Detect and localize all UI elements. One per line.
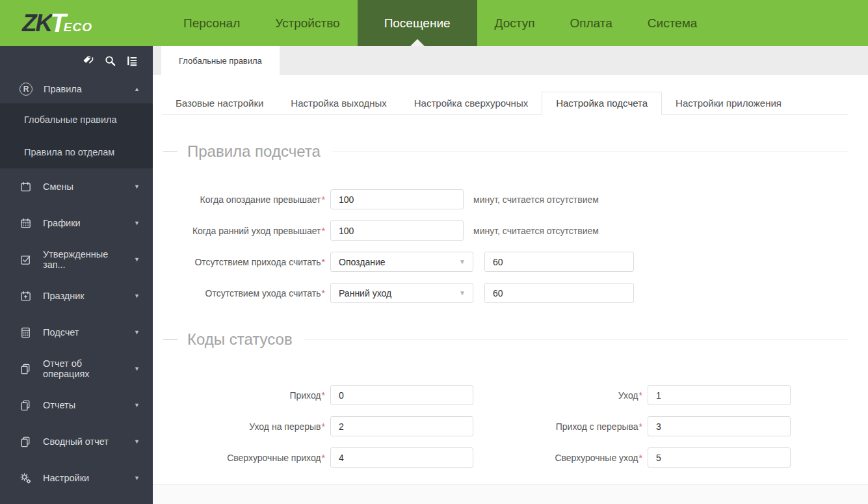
rules-submenu: Глобальные правила Правила по отделам: [0, 103, 153, 168]
rules-icon: R: [20, 83, 33, 96]
required-asterisk: *: [322, 257, 325, 267]
chevron-down-icon: ▼: [134, 475, 140, 481]
no-checkin-select[interactable]: Опоздание ▼: [330, 252, 473, 272]
no-checkout-minutes-input[interactable]: [484, 283, 634, 303]
sidebar-item-settings[interactable]: Настройки ▼: [0, 460, 153, 496]
chevron-down-icon: ▼: [134, 402, 140, 408]
nav-item-system[interactable]: Система: [630, 0, 715, 46]
chevron-down-icon: ▼: [459, 258, 466, 265]
sidebar-item-rules[interactable]: R Правила ▲: [0, 75, 153, 103]
calculator-icon: [20, 326, 32, 339]
logo-text-zk: ZK: [22, 10, 51, 37]
nav-item-attendance[interactable]: Посещение: [358, 0, 477, 46]
nav-item-personnel[interactable]: Персонал: [166, 0, 257, 46]
report-pages-icon: [20, 363, 32, 375]
form-row-no-checkin: Отсутствием прихода считать* Опоздание ▼: [153, 252, 868, 272]
tag-icon[interactable]: [82, 55, 94, 67]
required-asterisk: *: [322, 288, 325, 298]
status-row-break: Уход на перерыв* Приход с перерыва*: [153, 416, 868, 436]
chevron-down-icon: ▼: [134, 365, 140, 372]
sidebar-item-shifts[interactable]: Смены ▼: [0, 168, 153, 205]
required-asterisk: *: [322, 194, 325, 205]
logo-text-t: T: [50, 8, 64, 38]
chevron-down-icon: ▼: [134, 329, 140, 336]
list-panel-icon[interactable]: [126, 55, 138, 67]
no-checkin-minutes-input[interactable]: [484, 252, 634, 272]
content-footer: [153, 484, 868, 504]
sidebar-item-transaction-report[interactable]: Отчет об операциях ▼: [0, 351, 153, 387]
nav-item-access[interactable]: Доступ: [477, 0, 553, 46]
top-header: ZKTECO Персонал Устройство Посещение Дос…: [0, 0, 868, 46]
form-row-no-checkout: Отсутствием ухода считать* Ранний уход ▼: [153, 283, 868, 303]
chevron-down-icon: ▼: [134, 256, 140, 263]
sidebar-item-reports[interactable]: Отчеты ▼: [0, 387, 153, 423]
report-pages-icon: [20, 436, 32, 448]
minutes-absence-suffix: минут, считается отсутствием: [473, 194, 599, 205]
status-row-checkin-checkout: Приход* Уход*: [153, 385, 868, 405]
minutes-absence-suffix: минут, считается отсутствием: [473, 226, 599, 236]
zkteco-logo: ZKTECO: [0, 0, 153, 46]
checkin-code-input[interactable]: [330, 385, 473, 405]
status-row-overtime: Сверхурочные приход* Сверхурочные уход*: [153, 447, 868, 468]
zkteco-attendance-page: ZKTECO Персонал Устройство Посещение Дос…: [0, 0, 868, 504]
section-title-calc-rules: Правила подсчета: [163, 142, 848, 161]
subtab-overtime-settings[interactable]: Настройка сверхурочных: [401, 92, 542, 114]
required-asterisk: *: [322, 226, 325, 236]
search-icon[interactable]: [104, 55, 116, 67]
checkout-code-input[interactable]: [648, 385, 791, 405]
subtab-basic-settings[interactable]: Базовые настройки: [162, 92, 277, 114]
subtab-calculation-settings[interactable]: Настройка подсчета: [542, 92, 662, 115]
early-leave-exceeds-input[interactable]: [330, 220, 464, 241]
nav-item-payment[interactable]: Оплата: [552, 0, 629, 46]
chevron-down-icon: ▼: [134, 293, 140, 299]
sidebar-item-label: Правила: [44, 84, 82, 94]
calendar-grid-icon: [20, 217, 32, 230]
gears-icon: [20, 472, 32, 484]
subtab-weekend-settings[interactable]: Настройка выходных: [277, 92, 400, 114]
sidebar-item-global-rules[interactable]: Глобальные правила: [0, 103, 153, 136]
calendar-icon: [20, 181, 32, 193]
sidebar-item-calculation[interactable]: Подсчет ▼: [0, 314, 153, 351]
chevron-down-icon: ▼: [134, 438, 140, 445]
sidebar-item-holiday[interactable]: Праздник ▼: [0, 278, 153, 314]
active-tab-pointer: [410, 39, 425, 46]
chevron-down-icon: ▼: [134, 183, 140, 190]
form-row-late-exceeds: Когда опоздание превышает* минут, считае…: [153, 189, 868, 209]
nav-item-device[interactable]: Устройство: [257, 0, 357, 46]
chevron-down-icon: ▼: [459, 289, 466, 297]
chevron-down-icon: ▼: [134, 220, 140, 226]
no-checkout-select[interactable]: Ранний уход ▼: [330, 283, 473, 303]
sidebar-item-schedules[interactable]: Графики ▼: [0, 205, 153, 241]
overtime-in-code-input[interactable]: [330, 447, 473, 468]
sidebar-toolbar: [0, 46, 153, 75]
report-pages-icon: [20, 399, 32, 412]
break-out-code-input[interactable]: [330, 416, 473, 436]
page-tab-bar: Глобальные правила: [153, 46, 868, 75]
section-title-status-codes: Коды статусов: [163, 330, 848, 349]
settings-subtabs: Базовые настройки Настройка выходных Нас…: [162, 92, 848, 115]
checkbox-icon: [20, 254, 32, 266]
overtime-out-code-input[interactable]: [648, 447, 791, 468]
logo-text-eco: ECO: [64, 20, 92, 34]
main-nav: Персонал Устройство Посещение Доступ Опл…: [166, 0, 715, 46]
page-tab-global-rules[interactable]: Глобальные правила: [161, 46, 280, 75]
break-in-code-input[interactable]: [648, 416, 791, 436]
subtab-app-settings[interactable]: Настройки приложения: [662, 92, 795, 114]
calendar-plus-icon: [20, 290, 32, 302]
form-row-early-leave-exceeds: Когда ранний уход превышает* минут, счит…: [153, 220, 868, 241]
late-exceeds-input[interactable]: [330, 189, 464, 209]
chevron-up-icon: ▲: [134, 86, 140, 92]
main-panel: Глобальные правила Базовые настройки Нас…: [153, 46, 868, 504]
sidebar: R Правила ▲ Глобальные правила Правила п…: [0, 46, 153, 504]
sidebar-item-approved-requests[interactable]: Утвержденные зап... ▼: [0, 241, 153, 278]
sidebar-item-department-rules[interactable]: Правила по отделам: [0, 136, 153, 168]
content-area: Базовые настройки Настройка выходных Нас…: [153, 75, 868, 504]
sidebar-item-summary-report[interactable]: Сводный отчет ▼: [0, 423, 153, 460]
